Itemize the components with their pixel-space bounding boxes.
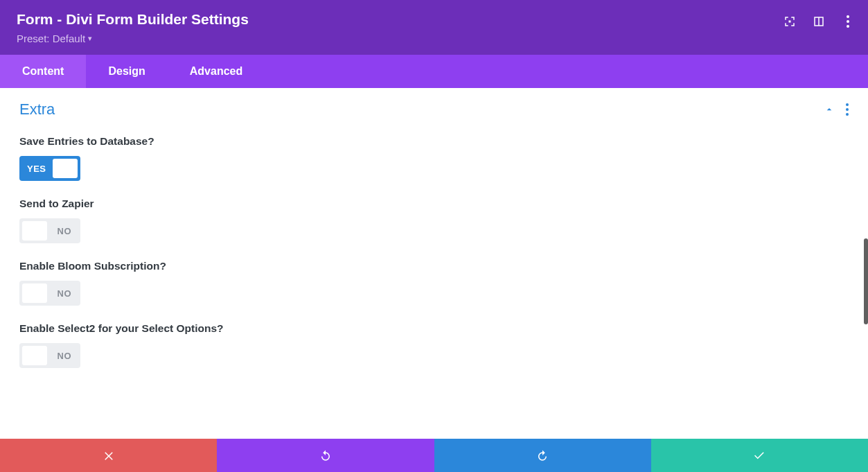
expand-icon[interactable] bbox=[783, 15, 796, 28]
scrollbar-thumb[interactable] bbox=[864, 238, 868, 324]
settings-title: Form - Divi Form Builder Settings bbox=[17, 10, 851, 28]
toggle-bloom[interactable]: NO bbox=[19, 281, 80, 306]
toggle-text: NO bbox=[57, 351, 78, 361]
section-more-icon[interactable] bbox=[846, 103, 849, 116]
toggle-text: YES bbox=[22, 164, 46, 174]
setting-label: Save Entries to Database? bbox=[19, 135, 849, 148]
setting-label: Send to Zapier bbox=[19, 198, 849, 210]
section-title: Extra bbox=[19, 100, 55, 119]
toggle-save-entries[interactable]: YES bbox=[19, 156, 80, 181]
toggle-select2[interactable]: NO bbox=[19, 343, 80, 368]
tab-advanced[interactable]: Advanced bbox=[168, 55, 265, 88]
toggle-zapier[interactable]: NO bbox=[19, 218, 80, 243]
section-header: Extra bbox=[19, 100, 849, 119]
more-options-icon[interactable] bbox=[842, 15, 854, 28]
setting-select2: Enable Select2 for your Select Options? … bbox=[19, 322, 849, 368]
undo-button[interactable] bbox=[217, 439, 434, 472]
tab-content[interactable]: Content bbox=[0, 55, 86, 88]
cancel-button[interactable] bbox=[0, 439, 217, 472]
undo-icon bbox=[319, 449, 332, 462]
toggle-text: NO bbox=[57, 288, 78, 299]
toggle-knob bbox=[22, 221, 47, 241]
sidebar-layout-icon[interactable] bbox=[813, 15, 825, 28]
setting-label: Enable Bloom Subscription? bbox=[19, 260, 849, 272]
preset-selector[interactable]: Preset: Default ▾ bbox=[17, 33, 92, 44]
settings-panel: Extra Save Entries to Database? YES Send… bbox=[0, 88, 868, 408]
toggle-text: NO bbox=[57, 226, 78, 236]
collapse-icon[interactable] bbox=[824, 104, 835, 115]
preset-label: Preset: Default bbox=[17, 33, 85, 44]
svg-rect-0 bbox=[789, 21, 791, 23]
tab-design[interactable]: Design bbox=[86, 55, 167, 88]
close-icon bbox=[103, 449, 115, 462]
setting-save-entries: Save Entries to Database? YES bbox=[19, 135, 849, 181]
tabs-bar: Content Design Advanced bbox=[0, 55, 868, 88]
header-actions bbox=[783, 15, 854, 28]
toggle-knob bbox=[22, 283, 47, 303]
footer-actions bbox=[0, 439, 868, 472]
setting-bloom: Enable Bloom Subscription? NO bbox=[19, 260, 849, 306]
redo-button[interactable] bbox=[434, 439, 651, 472]
settings-header: Form - Divi Form Builder Settings Preset… bbox=[0, 0, 868, 55]
save-button[interactable] bbox=[651, 439, 868, 472]
setting-label: Enable Select2 for your Select Options? bbox=[19, 322, 849, 335]
toggle-knob bbox=[53, 159, 78, 178]
redo-icon bbox=[536, 449, 549, 462]
setting-zapier: Send to Zapier NO bbox=[19, 198, 849, 243]
toggle-knob bbox=[22, 346, 47, 365]
section-actions bbox=[824, 103, 849, 116]
check-icon bbox=[753, 449, 765, 462]
caret-down-icon: ▾ bbox=[88, 34, 92, 43]
